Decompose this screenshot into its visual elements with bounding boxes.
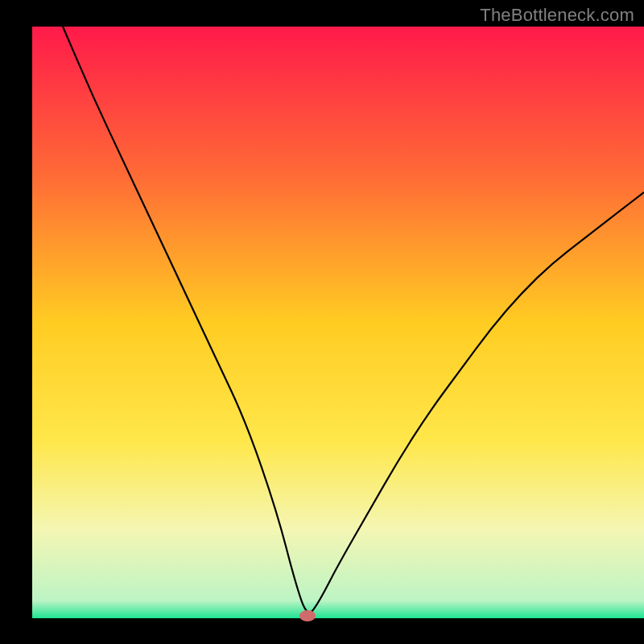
watermark-label: TheBottleneck.com	[480, 5, 634, 26]
bottleneck-chart	[0, 0, 644, 644]
chart-container: TheBottleneck.com	[0, 0, 644, 644]
optimum-marker	[299, 610, 316, 621]
plot-background	[32, 27, 644, 618]
